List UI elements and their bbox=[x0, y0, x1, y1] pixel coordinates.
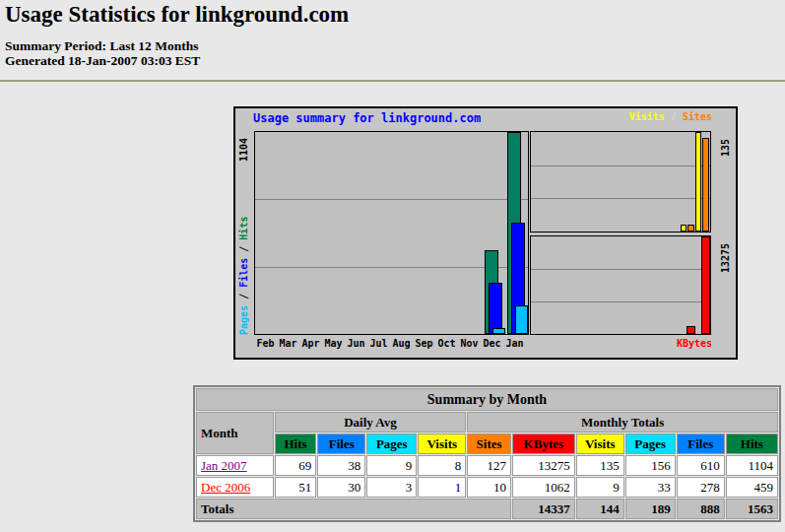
table-cell: 9 bbox=[576, 477, 624, 498]
totals-cell: 14337 bbox=[512, 499, 575, 519]
bar-sites-jan bbox=[702, 138, 709, 232]
month-tick-oct: Oct bbox=[435, 338, 458, 349]
axis-word-pages: Pages bbox=[238, 305, 249, 335]
month-tick-sep: Sep bbox=[413, 338, 435, 349]
gridline bbox=[531, 198, 710, 199]
table-cell: 38 bbox=[317, 455, 365, 476]
column-header-pages: Pages bbox=[625, 433, 676, 454]
bar-visits-dec bbox=[681, 225, 687, 232]
column-header-files: Files bbox=[677, 433, 725, 454]
generated-line: Generated 18-Jan-2007 03:03 EST bbox=[5, 53, 200, 69]
month-link-jan-2007[interactable]: Jan 2007 bbox=[201, 458, 247, 473]
table-cell: 8 bbox=[418, 455, 466, 476]
month-tick-feb: Feb bbox=[254, 338, 277, 349]
month-cell: Jan 2007 bbox=[196, 455, 274, 476]
panel-hits-files-pages bbox=[254, 131, 529, 335]
totals-cell: 144 bbox=[576, 499, 624, 519]
month-tick-jun: Jun bbox=[345, 338, 367, 349]
bar-kbytes-dec bbox=[687, 326, 695, 334]
column-header-sites: Sites bbox=[467, 433, 511, 454]
column-header-visits: Visits bbox=[418, 433, 466, 454]
totals-row: Totals143371441898881563 bbox=[196, 499, 778, 519]
month-tick-apr: Apr bbox=[299, 338, 322, 349]
bar-files-dec bbox=[489, 283, 502, 334]
table-row: Dec 2006513031101062933278459 bbox=[196, 477, 778, 498]
x-axis-months: FebMarAprMayJunJulAugSepOctNovDecJan bbox=[254, 338, 528, 349]
table-row: Jan 2007693898127132751351566101104 bbox=[196, 455, 778, 476]
bar-kbytes-jan bbox=[701, 236, 710, 334]
table-cell: 13275 bbox=[512, 455, 575, 476]
table-cell: 1104 bbox=[726, 455, 778, 476]
table-cell: 610 bbox=[677, 455, 725, 476]
month-cell: Dec 2006 bbox=[196, 477, 274, 498]
column-header-month: Month bbox=[196, 412, 274, 454]
gridline bbox=[531, 269, 710, 270]
month-tick-mar: Mar bbox=[277, 338, 299, 349]
bar-pages-jan bbox=[515, 305, 528, 334]
axis-sep: / bbox=[238, 288, 249, 305]
column-header-pages: Pages bbox=[366, 433, 417, 454]
month-tick-nov: Nov bbox=[458, 338, 481, 349]
chart-legend: Visits / Sites bbox=[629, 111, 712, 122]
column-header-hits: Hits bbox=[726, 433, 778, 454]
summary-period: Summary Period: Last 12 Months bbox=[5, 38, 199, 54]
legend-sites: Sites bbox=[683, 111, 712, 122]
page-title: Usage Statistics for linkground.com bbox=[5, 2, 349, 28]
y-axis-label-pages-files-hits: Pages / Files / Hits bbox=[236, 201, 251, 335]
kbytes-axis-label: KBytes bbox=[677, 338, 712, 349]
table-cell: 69 bbox=[275, 455, 317, 476]
gridline bbox=[531, 301, 710, 302]
table-cell: 278 bbox=[677, 477, 725, 498]
table-title: Summary by Month bbox=[196, 388, 778, 411]
month-link-dec-2006[interactable]: Dec 2006 bbox=[201, 480, 250, 495]
summary-by-month-table: Summary by Month Month Daily Avg Monthly… bbox=[193, 385, 781, 522]
legend-visits: Visits bbox=[629, 111, 665, 122]
y-axis-max-kbytes: 13275 bbox=[718, 235, 733, 273]
table-cell: 33 bbox=[625, 477, 676, 498]
panel-kbytes bbox=[530, 235, 711, 335]
column-header-visits: Visits bbox=[576, 433, 624, 454]
usage-chart: Usage summary for linkground.com Visits … bbox=[233, 106, 738, 360]
y-axis-max-hits: 1104 bbox=[236, 122, 251, 162]
month-tick-aug: Aug bbox=[390, 338, 413, 349]
table-cell: 156 bbox=[625, 455, 676, 476]
chart-title: Usage summary for linkground.com bbox=[253, 111, 481, 125]
gridline bbox=[255, 199, 528, 200]
table-cell: 3 bbox=[366, 477, 417, 498]
totals-cell: 888 bbox=[677, 499, 725, 519]
table-cell: 51 bbox=[275, 477, 317, 498]
gridline bbox=[531, 166, 710, 166]
bar-pages-dec bbox=[492, 328, 505, 334]
axis-sep: / bbox=[238, 240, 249, 258]
column-header-kbytes: KBytes bbox=[512, 433, 575, 454]
table-cell: 135 bbox=[576, 455, 624, 476]
month-tick-jul: Jul bbox=[367, 338, 390, 349]
month-tick-dec: Dec bbox=[481, 338, 503, 349]
table-cell: 1 bbox=[418, 477, 466, 498]
group-header-monthly-totals: Monthly Totals bbox=[467, 412, 778, 432]
totals-label: Totals bbox=[196, 499, 511, 519]
column-header-hits: Hits bbox=[275, 433, 317, 454]
column-header-files: Files bbox=[317, 433, 365, 454]
totals-cell: 1563 bbox=[726, 499, 778, 519]
legend-separator: / bbox=[665, 111, 683, 122]
axis-word-hits: Hits bbox=[238, 217, 249, 240]
table-cell: 9 bbox=[366, 455, 417, 476]
totals-cell: 189 bbox=[625, 499, 676, 519]
panel-visits-sites bbox=[530, 131, 711, 233]
month-tick-jan: Jan bbox=[503, 338, 526, 349]
page: { "page": { "title": "Usage Statistics f… bbox=[0, 0, 785, 532]
axis-word-files: Files bbox=[238, 258, 249, 288]
divider bbox=[0, 80, 785, 82]
table-cell: 30 bbox=[317, 477, 365, 498]
table-cell: 10 bbox=[467, 477, 511, 498]
bar-sites-dec bbox=[687, 225, 694, 232]
table-cell: 127 bbox=[467, 455, 511, 476]
table-cell: 1062 bbox=[512, 477, 575, 498]
table-cell: 459 bbox=[726, 477, 778, 498]
bar-visits-jan bbox=[695, 132, 701, 232]
group-header-daily-avg: Daily Avg bbox=[275, 412, 467, 432]
month-tick-may: May bbox=[322, 338, 345, 349]
y-axis-max-visits: 135 bbox=[718, 131, 733, 157]
